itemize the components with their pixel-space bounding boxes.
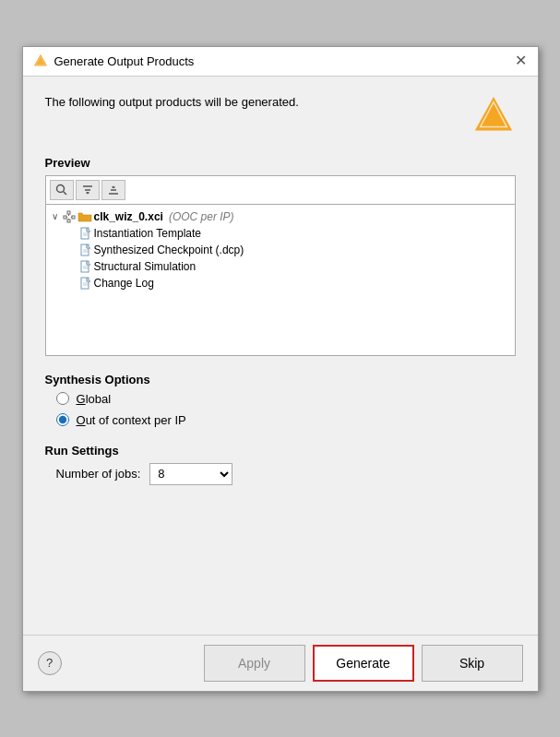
skip-button[interactable]: Skip (422, 645, 523, 682)
filter-up-icon (107, 184, 120, 196)
apply-button[interactable]: Apply (204, 645, 305, 682)
close-button[interactable]: ✕ (513, 53, 529, 68)
tree-child-row[interactable]: Structural Simulation (46, 258, 515, 275)
folder-icon (77, 210, 92, 223)
tree-child-2-label: Synthesized Checkpoint (.dcp) (94, 244, 244, 256)
tree-child-row[interactable]: Synthesized Checkpoint (.dcp) (46, 242, 515, 258)
dialog-body: The following output products will be ge… (23, 77, 538, 635)
preview-section: Preview (45, 156, 516, 356)
vivado-logo-icon (471, 95, 516, 139)
dialog-footer: ? Apply Generate Skip (23, 635, 538, 691)
network-icon (63, 210, 76, 223)
jobs-label: Number of jobs: (56, 467, 141, 481)
radio-global-label: Global (77, 392, 112, 406)
radio-ooc-row: Out of context per IP (56, 413, 516, 427)
svg-rect-16 (72, 216, 75, 219)
radio-ooc[interactable] (56, 413, 69, 426)
vivado-title-icon (32, 53, 49, 69)
radio-global[interactable] (56, 392, 69, 405)
filter-down-toolbar-button[interactable] (76, 180, 100, 200)
generate-output-products-dialog: Generate Output Products ✕ The following… (22, 46, 539, 692)
doc-icon (79, 227, 92, 240)
doc-icon (79, 260, 92, 273)
radio-group: Global Out of context per IP (45, 392, 516, 427)
jobs-select[interactable]: 1 2 3 4 5 6 7 8 12 16 (149, 463, 232, 485)
tree-toolbar (45, 175, 516, 204)
run-settings-label: Run Settings (45, 444, 516, 458)
tree-child-1-label: Instantiation Template (94, 227, 202, 240)
synthesis-section: Synthesis Options Global Out of context … (45, 373, 516, 427)
tree-root-tag: (OOC per IP) (169, 210, 234, 223)
filter-down-icon (81, 184, 94, 196)
tree-child-row[interactable]: Instantiation Template (46, 225, 515, 242)
radio-global-row: Global (56, 392, 516, 406)
tree-child-3-label: Structural Simulation (94, 260, 197, 273)
tree-child-4-label: Change Log (94, 277, 154, 290)
filter-up-toolbar-button[interactable] (101, 180, 125, 200)
svg-rect-15 (67, 220, 70, 222)
intro-text: The following output products will be ge… (45, 95, 299, 109)
dialog-title: Generate Output Products (54, 54, 195, 68)
tree-child-row[interactable]: Change Log (46, 275, 515, 291)
search-icon (55, 184, 68, 196)
svg-point-5 (56, 184, 64, 192)
title-bar: Generate Output Products ✕ (23, 47, 538, 77)
tree-root-name: clk_wiz_0.xci (94, 210, 163, 223)
doc-icon (79, 244, 92, 256)
search-toolbar-button[interactable] (50, 180, 74, 200)
svg-rect-13 (64, 216, 66, 219)
tree-container: ∨ clk_w (45, 204, 516, 356)
tree-expand-icon: ∨ (50, 211, 61, 221)
title-bar-left: Generate Output Products (32, 53, 195, 69)
svg-rect-14 (67, 211, 70, 214)
tree-root-row[interactable]: ∨ clk_w (46, 208, 515, 225)
synthesis-label: Synthesis Options (45, 373, 516, 386)
run-settings-section: Run Settings Number of jobs: 1 2 3 4 5 6… (45, 444, 516, 485)
generate-button[interactable]: Generate (313, 645, 414, 682)
footer-right: Apply Generate Skip (204, 645, 523, 682)
help-button[interactable]: ? (38, 651, 62, 675)
svg-line-6 (63, 191, 66, 195)
footer-left: ? (38, 651, 62, 675)
doc-icon (79, 277, 92, 290)
jobs-row: Number of jobs: 1 2 3 4 5 6 7 8 12 16 (45, 463, 516, 485)
intro-row: The following output products will be ge… (45, 95, 516, 139)
preview-label: Preview (45, 156, 516, 170)
radio-ooc-label: Out of context per IP (77, 413, 186, 427)
